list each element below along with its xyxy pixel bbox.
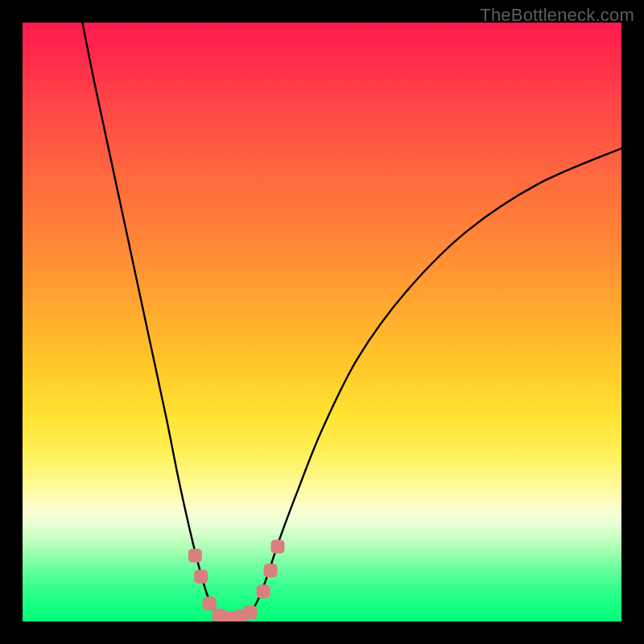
svg-rect-7 xyxy=(257,584,270,598)
plot-area xyxy=(23,23,621,621)
svg-rect-2 xyxy=(203,597,217,610)
svg-rect-6 xyxy=(243,605,257,619)
svg-rect-0 xyxy=(188,549,202,563)
svg-rect-9 xyxy=(270,540,284,554)
watermark-text: TheBottleneck.com xyxy=(480,5,634,26)
svg-rect-8 xyxy=(264,564,278,577)
curve-markers xyxy=(188,540,285,622)
curve-line xyxy=(82,23,621,619)
chart-svg xyxy=(23,23,621,621)
chart-frame: TheBottleneck.com xyxy=(0,0,644,644)
svg-rect-1 xyxy=(194,570,208,584)
